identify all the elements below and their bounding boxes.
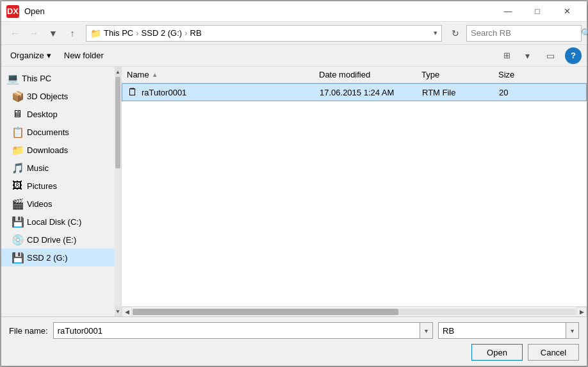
cd-drive-icon: 💿 (12, 234, 23, 246)
filetype-dropdown-button[interactable]: ▾ (566, 323, 578, 338)
organize-dropdown-icon: ▾ (47, 51, 51, 60)
sidebar-label-3d-objects: 3D Objects (27, 92, 68, 101)
sidebar-label-pictures: Pictures (27, 181, 57, 191)
search-icon: 🔍 (581, 28, 588, 38)
filename-dropdown-button[interactable]: ▾ (420, 323, 432, 338)
sidebar-item-videos[interactable]: 🎬 Videos (1, 195, 115, 213)
sidebar-item-desktop[interactable]: 🖥 Desktop (1, 105, 115, 123)
sidebar: 💻 This PC 📦 3D Objects 🖥 Desktop 📋 Docum… (1, 67, 115, 316)
new-folder-label: New folder (64, 51, 104, 60)
open-button[interactable]: Open (471, 344, 523, 361)
forward-button[interactable]: → (26, 25, 42, 42)
view-grid-icon: ⊞ (503, 51, 510, 60)
file-area: Name ▲ Date modified Type Size 🗒 (122, 67, 587, 316)
desktop-icon: 🖥 (12, 108, 23, 120)
address-sep-1: › (136, 28, 138, 38)
buttons-row: Open Cancel (9, 344, 579, 361)
sidebar-label-desktop: Desktop (27, 110, 58, 119)
minimize-button[interactable]: — (493, 1, 523, 22)
3d-objects-icon: 📦 (12, 90, 23, 102)
pictures-icon: 🖼 (12, 180, 23, 192)
col-header-date[interactable]: Date modified (314, 68, 416, 81)
documents-icon: 📋 (12, 126, 23, 138)
sidebar-item-downloads[interactable]: 📁 Downloads (1, 141, 115, 159)
address-part-thispc: This PC (104, 28, 133, 38)
col-header-type[interactable]: Type (416, 68, 493, 81)
filename-label: File name: (9, 326, 48, 336)
ssd2-icon: 💾 (12, 252, 23, 264)
col-header-name[interactable]: Name ▲ (122, 68, 314, 81)
h-scroll-track (133, 309, 576, 315)
help-label: ? (571, 51, 576, 60)
filetype-select[interactable] (439, 326, 566, 336)
h-scroll-left-button[interactable]: ◀ (122, 307, 132, 317)
scroll-up-button[interactable]: ▲ (115, 67, 121, 77)
filetype-select-wrap: ▾ (438, 322, 579, 339)
sidebar-label-cd-drive: CD Drive (E:) (27, 235, 76, 245)
scroll-track (115, 77, 121, 306)
h-scroll-thumb[interactable] (133, 309, 398, 315)
address-dropdown-button[interactable]: ▾ (434, 29, 437, 37)
search-input[interactable] (471, 28, 578, 38)
address-toolbar: ← → ▼ ↑ 📁 This PC › SSD 2 (G:) › RB ▾ ↻ … (1, 22, 587, 45)
file-list: 🗒 raTutor0001 17.06.2015 1:24 AM RTM Fil… (122, 83, 587, 306)
sidebar-item-pictures[interactable]: 🖼 Pictures (1, 177, 115, 195)
open-dialog: DX Open — □ ✕ ← → ▼ ↑ 📁 This PC › SSD 2 … (1, 1, 587, 366)
sidebar-item-cd-drive[interactable]: 💿 CD Drive (E:) (1, 231, 115, 249)
file-cell-type: RTM File (417, 88, 494, 97)
window-controls: — □ ✕ (493, 1, 582, 22)
address-part-ssd: SSD 2 (G:) (142, 28, 183, 38)
dropdown-button[interactable]: ▼ (45, 25, 61, 42)
refresh-button[interactable]: ↻ (447, 25, 464, 42)
sidebar-label-documents: Documents (27, 127, 69, 137)
downloads-icon: 📁 (12, 144, 23, 156)
sidebar-label-ssd2: SSD 2 (G:) (27, 253, 68, 263)
col-header-size[interactable]: Size (493, 68, 587, 81)
scroll-thumb[interactable] (115, 77, 120, 168)
file-icon: 🗒 (127, 86, 138, 98)
dialog-title: Open (24, 6, 493, 16)
sidebar-label-this-pc: This PC (22, 74, 51, 83)
sidebar-item-music[interactable]: 🎵 Music (1, 159, 115, 177)
preview-pane-button[interactable]: ▭ (539, 47, 561, 64)
music-icon: 🎵 (12, 162, 23, 174)
search-box: 🔍 (466, 25, 582, 42)
sidebar-item-this-pc[interactable]: 💻 This PC (1, 69, 115, 87)
organize-button[interactable]: Organize ▾ (6, 47, 55, 64)
new-folder-button[interactable]: New folder (60, 47, 108, 64)
h-scroll-right-button[interactable]: ▶ (576, 307, 587, 317)
sidebar-scrollbar[interactable]: ▲ ▼ (115, 67, 121, 316)
help-button[interactable]: ? (565, 47, 582, 64)
sidebar-item-ssd2[interactable]: 💾 SSD 2 (G:) (1, 249, 115, 266)
cancel-button[interactable]: Cancel (528, 344, 579, 361)
main-area: 💻 This PC 📦 3D Objects 🖥 Desktop 📋 Docum… (1, 67, 587, 316)
file-cell-name: 🗒 raTutor0001 (122, 86, 314, 98)
this-pc-icon: 💻 (6, 72, 18, 85)
table-row[interactable]: 🗒 raTutor0001 17.06.2015 1:24 AM RTM Fil… (122, 83, 587, 101)
up-button[interactable]: ↑ (64, 25, 81, 42)
file-name: raTutor0001 (142, 88, 186, 97)
file-cell-date: 17.06.2015 1:24 AM (314, 88, 417, 97)
filename-input[interactable] (54, 326, 420, 336)
sidebar-item-documents[interactable]: 📋 Documents (1, 123, 115, 141)
local-disk-icon: 💾 (12, 216, 23, 228)
organize-label: Organize (10, 51, 44, 60)
back-button[interactable]: ← (6, 25, 23, 42)
sidebar-item-3d-objects[interactable]: 📦 3D Objects (1, 87, 115, 105)
horizontal-scrollbar[interactable]: ◀ ▶ (122, 306, 587, 316)
view-icon-button[interactable]: ⊞ (498, 47, 515, 64)
sidebar-label-downloads: Downloads (27, 145, 68, 155)
filename-input-wrap: ▾ (53, 322, 433, 339)
maximize-button[interactable]: □ (523, 1, 552, 22)
scroll-down-button[interactable]: ▼ (115, 306, 121, 316)
file-cell-size: 20 (494, 88, 586, 97)
sort-indicator: ▲ (152, 71, 158, 78)
bottom-area: File name: ▾ ▾ Open Cancel (1, 316, 587, 366)
close-button[interactable]: ✕ (552, 1, 582, 22)
view-dropdown-button[interactable]: ▾ (519, 47, 535, 64)
sidebar-label-videos: Videos (27, 199, 53, 209)
sidebar-item-local-disk[interactable]: 💾 Local Disk (C:) (1, 213, 115, 231)
title-bar: DX Open — □ ✕ (1, 1, 587, 22)
address-bar[interactable]: 📁 This PC › SSD 2 (G:) › RB ▾ (86, 25, 442, 42)
app-icon: DX (6, 5, 19, 18)
